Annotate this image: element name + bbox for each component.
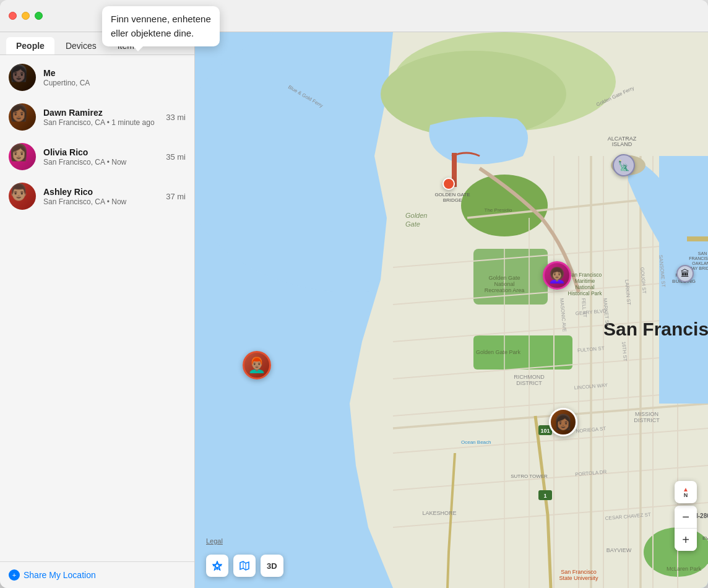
person-location-dawn: San Francisco, CA • 1 minute ago bbox=[43, 118, 158, 127]
map-toolbar: 3D bbox=[206, 555, 283, 577]
avatar-olivia: 👩🏽 bbox=[9, 143, 36, 170]
people-list: 👩🏿 Me Cupertino, CA 👩🏾 Dawn Ramirez San … bbox=[0, 55, 194, 561]
svg-text:Historical Park: Historical Park bbox=[568, 290, 603, 296]
svg-text:ISLAND: ISLAND bbox=[612, 141, 632, 147]
person-location-me: Cupertino, CA bbox=[43, 79, 186, 87]
person-location-ashley: San Francisco, CA • Now bbox=[43, 197, 158, 206]
map-type-button[interactable] bbox=[233, 555, 256, 577]
map-pin-alcatraz: 🗽 bbox=[613, 154, 635, 176]
map-area: ALCATRAZ ISLAND GOLDEN GATE BRIDGE Golde… bbox=[195, 32, 708, 588]
maximize-button[interactable] bbox=[35, 12, 43, 20]
tooltip-line2: eller objektene dine. bbox=[111, 28, 194, 38]
person-name-dawn: Dawn Ramirez bbox=[43, 108, 158, 118]
map-controls: ▲ N − + bbox=[675, 481, 697, 551]
svg-text:1: 1 bbox=[543, 493, 546, 499]
tab-people[interactable]: People bbox=[6, 37, 54, 54]
person-name-me: Me bbox=[43, 68, 186, 78]
svg-text:National: National bbox=[575, 284, 594, 290]
zoom-controls: − + bbox=[675, 506, 697, 551]
app-window: Finn vennene, enhetene eller objektene d… bbox=[0, 0, 708, 588]
map-pin-ferry: 🏛 bbox=[676, 265, 694, 282]
svg-text:BAYVIEW: BAYVIEW bbox=[607, 547, 632, 553]
legal-text[interactable]: Legal bbox=[206, 537, 223, 545]
person-name-ashley: Ashley Rico bbox=[43, 187, 158, 197]
avatar-dawn: 👩🏾 bbox=[9, 103, 36, 131]
compass-button[interactable]: ▲ N bbox=[675, 481, 697, 503]
person-info-ashley: Ashley Rico San Francisco, CA • Now bbox=[43, 187, 158, 206]
close-button[interactable] bbox=[9, 12, 17, 20]
location-button[interactable] bbox=[206, 555, 228, 577]
svg-point-88 bbox=[215, 564, 219, 568]
avatar-ashley: 👨🏽 bbox=[9, 183, 36, 210]
svg-text:McLaren Park: McLaren Park bbox=[667, 566, 702, 572]
svg-text:I-280: I-280 bbox=[696, 512, 708, 519]
svg-text:FRANCISCO-: FRANCISCO- bbox=[689, 256, 708, 261]
person-location-olivia: San Francisco, CA • Now bbox=[43, 158, 158, 166]
svg-text:Maritime: Maritime bbox=[575, 278, 595, 284]
map-pin-dawn[interactable]: 👩🏾 bbox=[549, 408, 577, 436]
share-location-icon: + bbox=[9, 569, 20, 581]
svg-text:Recreation Area: Recreation Area bbox=[485, 287, 525, 293]
svg-text:OAKLAND: OAKLAND bbox=[692, 261, 708, 266]
person-item-olivia[interactable]: 👩🏽 Olivia Rico San Francisco, CA • Now 3… bbox=[0, 137, 194, 176]
person-info-dawn: Dawn Ramirez San Francisco, CA • 1 minut… bbox=[43, 108, 158, 127]
svg-text:National: National bbox=[494, 281, 514, 287]
sidebar: People Devices Items 👩🏿 Me Cupertino, CA bbox=[0, 32, 195, 588]
map-pin-me[interactable]: 👨🏽‍🦰 bbox=[243, 351, 271, 379]
traffic-lights bbox=[9, 12, 43, 20]
svg-text:State University: State University bbox=[559, 575, 598, 581]
svg-text:BRIDGE: BRIDGE bbox=[443, 197, 462, 203]
svg-text:Golden Gate Park: Golden Gate Park bbox=[476, 349, 521, 355]
minimize-button[interactable] bbox=[22, 12, 30, 20]
person-info-olivia: Olivia Rico San Francisco, CA • Now bbox=[43, 147, 158, 166]
share-location[interactable]: + Share My Location bbox=[0, 561, 194, 588]
svg-text:San Francisco: San Francisco bbox=[603, 319, 708, 339]
svg-text:SAN: SAN bbox=[698, 251, 707, 256]
svg-text:RICHMOND: RICHMOND bbox=[514, 374, 545, 380]
svg-text:The Presidio: The Presidio bbox=[485, 207, 512, 213]
tooltip-line1: Finn vennene, enhetene bbox=[111, 14, 211, 24]
person-distance-dawn: 33 mi bbox=[166, 113, 186, 122]
3d-button[interactable]: 3D bbox=[261, 555, 283, 577]
svg-text:DISTRICT: DISTRICT bbox=[634, 417, 660, 423]
svg-text:SUTRO TOWER: SUTRO TOWER bbox=[511, 473, 548, 479]
person-info-me: Me Cupertino, CA bbox=[43, 68, 186, 87]
map-pin-olivia[interactable]: 👩🏽‍🦱 bbox=[543, 261, 571, 290]
svg-text:DISTRICT: DISTRICT bbox=[516, 380, 542, 386]
svg-text:Gate: Gate bbox=[405, 220, 420, 228]
person-distance-olivia: 35 mi bbox=[166, 152, 186, 162]
svg-text:MISSION: MISSION bbox=[635, 411, 658, 417]
svg-marker-93 bbox=[240, 561, 249, 570]
svg-text:San Francisco: San Francisco bbox=[561, 569, 597, 575]
svg-text:San Francisco: San Francisco bbox=[568, 272, 602, 278]
svg-text:EVAN: EVAN bbox=[702, 535, 708, 541]
svg-text:GOLDEN GATE: GOLDEN GATE bbox=[434, 192, 470, 197]
svg-rect-31 bbox=[687, 236, 708, 241]
svg-text:Golden Gate: Golden Gate bbox=[488, 275, 520, 281]
zoom-out-button[interactable]: + bbox=[675, 529, 697, 551]
share-location-text: Share My Location bbox=[24, 570, 96, 580]
person-name-olivia: Olivia Rico bbox=[43, 147, 158, 157]
tab-devices[interactable]: Devices bbox=[56, 37, 106, 54]
tooltip-callout: Finn vennene, enhetene eller objektene d… bbox=[102, 6, 220, 46]
map-background: ALCATRAZ ISLAND GOLDEN GATE BRIDGE Golde… bbox=[195, 32, 708, 588]
person-distance-ashley: 37 mi bbox=[166, 192, 186, 201]
svg-text:LAKESHORE: LAKESHORE bbox=[422, 510, 456, 516]
svg-text:Golden: Golden bbox=[405, 212, 427, 219]
main-content: People Devices Items 👩🏿 Me Cupertino, CA bbox=[0, 32, 708, 588]
map-pin-golden-gate bbox=[442, 178, 455, 190]
person-item-me[interactable]: 👩🏿 Me Cupertino, CA bbox=[0, 58, 194, 97]
person-item-dawn[interactable]: 👩🏾 Dawn Ramirez San Francisco, CA • 1 mi… bbox=[0, 97, 194, 137]
zoom-in-button[interactable]: − bbox=[675, 506, 697, 528]
avatar-me: 👩🏿 bbox=[9, 64, 36, 91]
person-item-ashley[interactable]: 👨🏽 Ashley Rico San Francisco, CA • Now 3… bbox=[0, 176, 194, 216]
svg-text:Ocean Beach: Ocean Beach bbox=[461, 439, 491, 445]
